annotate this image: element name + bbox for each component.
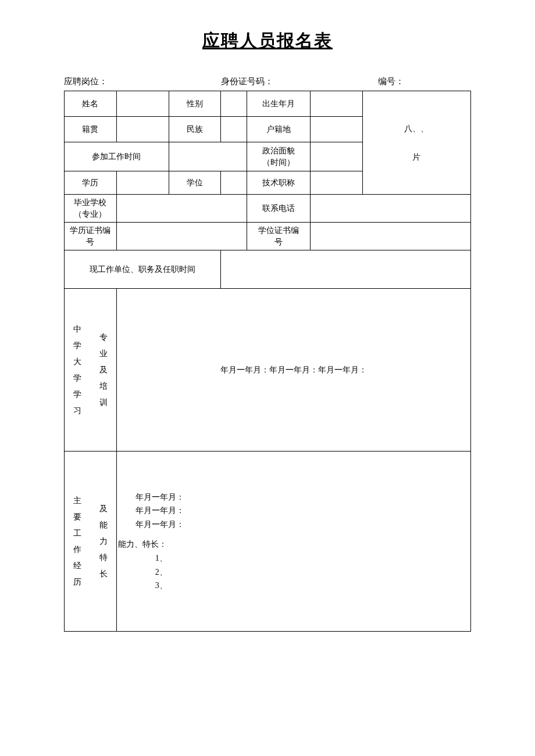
field-grad-school (116, 195, 247, 223)
work-col2: 及能力特长 (99, 501, 108, 582)
field-current-work (221, 250, 471, 289)
field-work-start (169, 142, 247, 171)
label-edu-cert-no: 学历证书编 号 (65, 223, 117, 250)
label-native-place: 籍贯 (65, 117, 117, 142)
label-tech-title: 技术职称 (247, 171, 311, 195)
field-name (116, 91, 169, 117)
label-political: 政治面貌 （时间） (247, 142, 311, 171)
serial-label: 编号： (378, 76, 404, 87)
field-work-history: 年月一年月： 年月一年月： 年月一年月： 能力、特长： 1、 2、 3、 (116, 452, 470, 632)
field-gender (221, 91, 247, 117)
field-deg-cert-no (311, 223, 471, 250)
field-residence (311, 117, 363, 142)
field-study-history: 年月一年月：年月一年月：年月一年月： (116, 289, 470, 452)
work-line-3: 年月一年月： (135, 518, 461, 532)
position-label: 应聘岗位： (64, 76, 108, 87)
id-number-label: 身份证号码： (221, 76, 273, 87)
label-education: 学历 (65, 171, 117, 195)
study-col1: 中学大学学习 (73, 321, 81, 419)
field-phone (311, 195, 471, 223)
label-study-history: 中学大学学习 专业及培训 (65, 289, 117, 452)
label-work-history: 主要工作经历 及能力特长 (65, 452, 117, 632)
label-ethnicity: 民族 (169, 117, 221, 142)
label-birth: 出生年月 (247, 91, 311, 117)
ability-2: 2、 (135, 565, 461, 579)
label-gender: 性别 (169, 91, 221, 117)
work-col1: 主要工作经历 (73, 493, 81, 590)
work-line-2: 年月一年月： (135, 504, 461, 518)
label-deg-cert-no: 学位证书编 号 (247, 223, 311, 250)
field-edu-cert-no (116, 223, 247, 250)
work-line-1: 年月一年月： (135, 490, 461, 504)
ability-label: 能力、特长： (118, 538, 461, 551)
field-degree (221, 171, 247, 195)
study-col2: 专业及培训 (99, 329, 108, 411)
ability-1: 1、 (135, 551, 461, 565)
label-grad-school: 毕业学校 （专业） (65, 195, 117, 223)
field-birth (311, 91, 363, 117)
form-header-row: 应聘岗位： 身份证号码： 编号： (64, 76, 471, 87)
label-name: 姓名 (65, 91, 117, 117)
field-political (311, 142, 363, 171)
label-work-start: 参加工作时间 (65, 142, 169, 171)
page-title: 应聘人员报名表 (64, 29, 471, 53)
ability-3: 3、 (135, 579, 461, 593)
field-native-place (116, 117, 169, 142)
label-phone: 联系电话 (247, 195, 311, 223)
label-degree: 学位 (169, 171, 221, 195)
registration-table: 姓名 性别 出生年月 八、、 片 籍贯 民族 户籍地 参加工作时间 (64, 91, 471, 632)
field-ethnicity (221, 117, 247, 142)
field-tech-title (311, 171, 363, 195)
label-current-work: 现工作单位、职务及任职时间 (65, 250, 221, 289)
photo-text-1: 八、、 (404, 124, 429, 133)
label-residence: 户籍地 (247, 117, 311, 142)
field-education (116, 171, 169, 195)
photo-cell: 八、、 片 (362, 91, 470, 195)
photo-text-2: 片 (412, 153, 420, 162)
